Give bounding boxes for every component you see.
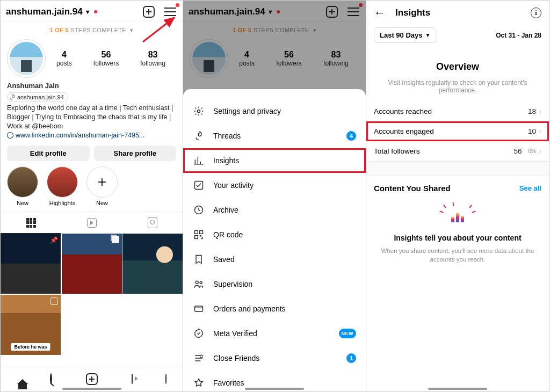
display-name: Anshuman Jain — [7, 81, 176, 91]
metric-accounts-engaged[interactable]: Accounts engaged 10› — [366, 121, 549, 141]
post-empty — [122, 295, 183, 355]
svg-rect-5 — [195, 236, 198, 239]
menu-meta-verified[interactable]: Meta VerifiedNEW — [183, 321, 366, 346]
carousel-icon — [112, 236, 119, 243]
reels-icon — [87, 218, 97, 228]
svg-point-0 — [198, 110, 200, 113]
chart-icon — [193, 155, 205, 166]
profile-header: anshuman.jain.94 ▼ — [1, 1, 183, 21]
menu-label: Close Friends — [213, 354, 259, 362]
menu-sheet: Settings and privacy Threads4 Insights Y… — [183, 89, 366, 391]
chevron-down-icon[interactable]: ▼ — [85, 9, 91, 15]
section-heading: Content You Shared — [374, 184, 451, 193]
menu-button[interactable] — [163, 5, 177, 19]
svg-rect-3 — [195, 231, 198, 234]
see-all-link[interactable]: See all — [519, 184, 541, 192]
post-thumbnail[interactable]: 📌 — [1, 234, 61, 294]
menu-supervision[interactable]: Supervision — [183, 272, 366, 296]
link-icon — [6, 131, 15, 140]
metric-accounts-reached[interactable]: Accounts reached 18› — [366, 101, 549, 121]
chevron-right-icon: › — [539, 128, 541, 135]
qr-icon — [193, 229, 205, 241]
chevron-down-icon: ▼ — [425, 32, 431, 38]
plus-icon: + — [98, 173, 106, 191]
menu-activity[interactable]: Your activity — [183, 173, 366, 198]
notification-dot — [176, 3, 179, 7]
menu-threads[interactable]: Threads4 — [183, 124, 366, 148]
highlight-item[interactable]: New — [7, 166, 38, 206]
metric-label: Accounts reached — [374, 107, 432, 115]
phone-3-insights: ← Insights i Last 90 Days▼ Oct 31 - Jan … — [366, 0, 549, 392]
metric-label: Accounts engaged — [374, 127, 434, 135]
badge-new: NEW — [339, 329, 357, 338]
back-button[interactable]: ← — [374, 6, 386, 20]
plus-icon — [86, 373, 98, 385]
menu-insights[interactable]: Insights — [183, 148, 366, 173]
profile-avatar[interactable] — [7, 39, 46, 78]
empty-state-title: Insights tell you about your content — [379, 234, 536, 242]
post-thumbnail[interactable]: Before he was — [1, 295, 61, 355]
nav-create[interactable] — [85, 372, 99, 386]
reels-tab[interactable] — [61, 212, 122, 234]
home-indicator — [245, 388, 304, 390]
threads-handle[interactable]: anshuman.jain.94 — [7, 92, 68, 103]
menu-label: Insights — [213, 156, 239, 165]
following-count[interactable]: 83following — [140, 50, 165, 67]
menu-orders[interactable]: Orders and payments — [183, 296, 366, 321]
menu-label: Meta Verified — [213, 329, 257, 338]
gear-icon — [193, 105, 205, 117]
share-profile-button[interactable]: Share profile — [94, 146, 177, 161]
menu-settings[interactable]: Settings and privacy — [183, 99, 366, 124]
nav-reels[interactable] — [132, 374, 133, 384]
bookmark-icon — [193, 253, 205, 265]
posts-count[interactable]: 4posts — [56, 50, 72, 67]
svg-rect-4 — [200, 231, 203, 234]
highlight-new[interactable]: +New — [86, 166, 118, 206]
badge-count: 4 — [346, 131, 356, 141]
create-post-button[interactable] — [142, 5, 156, 19]
insights-illustration — [445, 207, 470, 224]
menu-saved[interactable]: Saved — [183, 247, 366, 272]
svg-point-7 — [200, 281, 202, 284]
date-filter[interactable]: Last 90 Days▼ — [374, 27, 436, 43]
bio-link[interactable]: www.linkedin.com/in/anshuman-jain-7495..… — [7, 131, 144, 140]
reels-icon — [132, 374, 133, 384]
page-title: Insights — [395, 8, 430, 18]
tagged-icon — [148, 217, 157, 228]
posts-tab[interactable] — [1, 212, 61, 234]
menu-close-friends[interactable]: Close Friends1 — [183, 346, 366, 371]
followers-count[interactable]: 56followers — [93, 50, 119, 67]
nav-profile[interactable] — [165, 374, 167, 384]
tagged-tab[interactable] — [122, 212, 183, 234]
steps-complete-banner[interactable]: 1 OF 5 STEPS COMPLETE ▾ — [1, 21, 183, 39]
highlight-item[interactable]: Highlights — [47, 166, 78, 206]
menu-label: Favorites — [213, 379, 244, 387]
metric-total-followers[interactable]: Total followers 560%› — [366, 141, 549, 161]
menu-label: Supervision — [213, 280, 252, 288]
notification-dot — [94, 10, 97, 13]
nav-search[interactable] — [50, 374, 52, 384]
card-icon — [193, 303, 205, 315]
chevron-right-icon: › — [539, 148, 541, 155]
activity-icon — [193, 179, 205, 191]
phone-2-menu: anshuman.jain.94 ▼ 1 OF 5 STEPS COMPLETE… — [183, 0, 366, 392]
threads-icon — [9, 94, 16, 100]
info-button[interactable]: i — [531, 8, 541, 18]
supervision-icon — [193, 278, 205, 290]
star-icon — [193, 377, 205, 389]
threads-icon — [193, 130, 205, 142]
badge-count: 1 — [346, 353, 356, 363]
post-empty — [62, 295, 122, 355]
home-indicator — [428, 388, 487, 390]
menu-archive[interactable]: Archive — [183, 198, 366, 222]
avatar-icon — [165, 374, 167, 384]
metric-label: Total followers — [374, 147, 420, 155]
post-thumbnail[interactable] — [62, 234, 122, 294]
menu-label: Archive — [213, 206, 238, 214]
date-range: Oct 31 - Jan 28 — [496, 32, 541, 39]
menu-qr[interactable]: QR code — [183, 222, 366, 247]
menu-label: Settings and privacy — [213, 107, 281, 115]
edit-profile-button[interactable]: Edit profile — [7, 146, 90, 161]
username[interactable]: anshuman.jain.94 — [6, 6, 83, 17]
post-thumbnail[interactable] — [122, 234, 183, 294]
